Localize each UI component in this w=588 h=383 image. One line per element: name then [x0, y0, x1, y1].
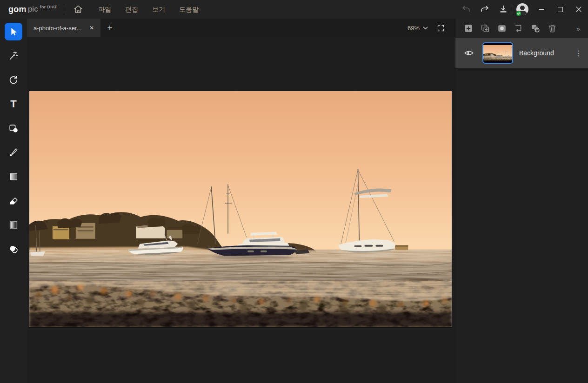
logo-gom: gom	[8, 5, 27, 14]
zoom-select[interactable]: 69%	[407, 23, 429, 33]
layer-mask-button[interactable]	[494, 21, 510, 36]
main-area: T	[0, 19, 588, 383]
menu-help[interactable]: 도움말	[172, 0, 206, 19]
color-tool-button[interactable]	[5, 240, 22, 258]
eye-icon	[464, 48, 474, 58]
magic-wand-icon	[8, 51, 19, 61]
redo-button[interactable]	[475, 0, 494, 19]
new-tab-button[interactable]: +	[100, 19, 119, 37]
layer-transform-icon	[514, 23, 524, 33]
select-tool-button[interactable]	[5, 23, 22, 40]
logo-suffix: for DIAT	[40, 5, 57, 9]
rotate-tool-button[interactable]	[5, 71, 22, 89]
minimize-icon	[539, 9, 544, 10]
tab-close-icon[interactable]: ✕	[87, 23, 97, 33]
logo-pic: pic	[28, 5, 38, 14]
close-icon	[575, 6, 582, 13]
editor-column: a-photo-of-a-ser... ✕ + 69%	[27, 19, 455, 383]
duplicate-layer-icon	[480, 23, 490, 33]
close-button[interactable]	[569, 0, 588, 19]
download-button[interactable]	[494, 0, 513, 19]
redo-icon	[480, 4, 490, 14]
undo-button[interactable]	[457, 0, 475, 19]
layer-thumbnail[interactable]	[482, 42, 513, 64]
eraser-icon	[8, 196, 19, 206]
view-controls: 69%	[407, 21, 455, 35]
brush-tool-button[interactable]	[5, 144, 22, 161]
layer-thumbnail-image	[483, 43, 512, 63]
tool-rail: T	[0, 19, 27, 383]
visibility-toggle[interactable]	[462, 46, 476, 60]
maximize-button[interactable]	[551, 0, 569, 19]
topbar-actions	[457, 0, 588, 19]
account-button[interactable]	[513, 0, 532, 19]
canvas-photo[interactable]	[29, 91, 452, 328]
home-icon	[73, 4, 83, 14]
layer-row-background[interactable]: Background ⋮	[455, 38, 588, 68]
home-button[interactable]	[69, 0, 87, 19]
collapse-panel-button[interactable]: »	[571, 25, 585, 33]
tab-title: a-photo-of-a-ser...	[33, 25, 87, 32]
layers-panel: » Background ⋮	[455, 19, 588, 383]
add-layer-icon	[463, 23, 474, 33]
layers-panel-body	[455, 68, 588, 383]
filter-adjust-icon	[8, 172, 19, 182]
delete-layer-button[interactable]	[544, 21, 561, 36]
fullscreen-icon	[437, 24, 445, 32]
filter-adjust-tool-button[interactable]	[5, 168, 22, 185]
add-layer-button[interactable]	[460, 21, 477, 36]
canvas-workspace[interactable]	[27, 37, 455, 383]
shape-icon	[8, 123, 19, 133]
download-icon	[498, 4, 508, 14]
document-tab[interactable]: a-photo-of-a-ser... ✕	[27, 19, 100, 37]
layer-name: Background	[519, 49, 573, 57]
text-tool-button[interactable]: T	[5, 95, 22, 113]
minimize-button[interactable]	[532, 0, 551, 19]
app-logo: gom pic for DIAT	[0, 5, 64, 14]
trash-icon	[547, 23, 557, 33]
shape-tool-button[interactable]	[5, 119, 22, 137]
cursor-icon	[8, 26, 19, 37]
tab-bar: a-photo-of-a-ser... ✕ + 69%	[27, 19, 455, 37]
color-icon	[8, 244, 19, 254]
login-status-badge	[516, 11, 521, 16]
text-tool-icon: T	[10, 99, 16, 109]
gradient-tool-button[interactable]	[5, 216, 22, 234]
eraser-tool-button[interactable]	[5, 192, 22, 210]
maximize-icon	[558, 7, 563, 12]
layer-mask-icon	[497, 23, 507, 33]
menu-edit[interactable]: 편집	[118, 0, 145, 19]
layer-menu-button[interactable]: ⋮	[573, 49, 584, 58]
menu-file[interactable]: 파일	[91, 0, 118, 19]
zoom-value: 69%	[408, 25, 420, 32]
undo-icon	[461, 4, 471, 14]
layers-toolbar: »	[455, 19, 588, 38]
merge-layers-icon	[530, 23, 541, 33]
magic-wand-tool-button[interactable]	[5, 47, 22, 65]
divider	[64, 5, 64, 13]
fit-screen-button[interactable]	[434, 21, 448, 35]
chevron-down-icon	[423, 26, 428, 30]
merge-layers-button[interactable]	[527, 21, 544, 36]
topbar: gom pic for DIAT 파일 편집 보기 도움말	[0, 0, 588, 19]
layer-transform-button[interactable]	[510, 21, 527, 36]
rotate-icon	[8, 75, 19, 85]
menubar: 파일 편집 보기 도움말	[91, 0, 206, 19]
photo-sunset-harbor	[29, 91, 452, 327]
gradient-icon	[8, 220, 19, 230]
duplicate-layer-button[interactable]	[477, 21, 494, 36]
menu-view[interactable]: 보기	[145, 0, 172, 19]
brush-icon	[8, 147, 19, 158]
